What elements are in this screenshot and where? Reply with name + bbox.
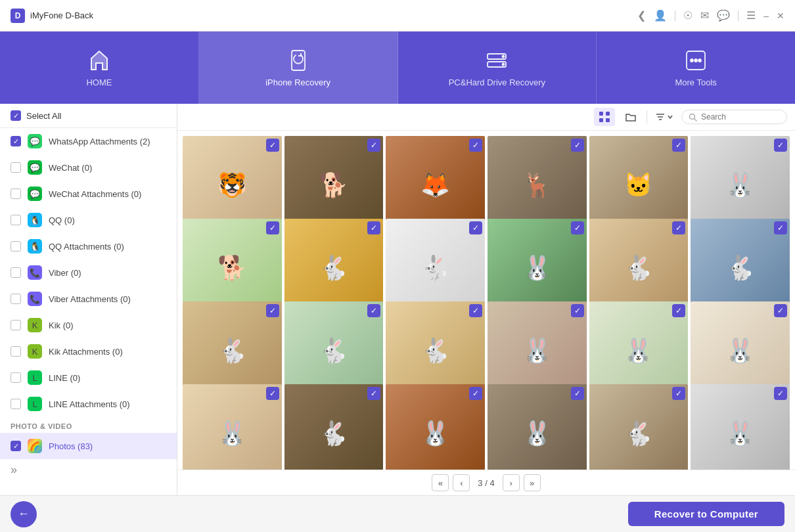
photo-check[interactable]: ✓ — [266, 221, 279, 234]
qq-attachments-checkbox[interactable] — [11, 241, 21, 252]
nav-pc-recovery-label: PC&Hard Drive Recovery — [449, 78, 545, 87]
nav-iphone-recovery[interactable]: iPhone Recovery — [199, 32, 398, 104]
viber-checkbox[interactable] — [11, 267, 21, 278]
photo-check[interactable]: ✓ — [672, 304, 685, 317]
app-title: iMyFone D-Back — [30, 11, 93, 20]
photo-check[interactable]: ✓ — [571, 221, 584, 234]
next-page-button[interactable]: › — [503, 474, 520, 491]
menu-icon[interactable]: ☰ — [746, 9, 756, 22]
wechat-label: WeChat (0) — [49, 163, 92, 173]
wechat-attachments-checkbox[interactable] — [11, 188, 21, 199]
photo-check[interactable]: ✓ — [266, 304, 279, 317]
recover-button[interactable]: Recover to Computer — [628, 502, 784, 526]
nav-home[interactable]: HOME — [0, 32, 199, 104]
sidebar-item-whatsapp-attachments[interactable]: 💬 WhatsApp Attachments (2) — [0, 128, 177, 154]
photo-check[interactable]: ✓ — [469, 304, 482, 317]
photo-check[interactable]: ✓ — [774, 387, 787, 400]
separator-1 — [675, 11, 675, 21]
minimize-button[interactable]: – — [763, 11, 769, 21]
sidebar-item-line[interactable]: L LINE (0) — [0, 365, 177, 391]
line-attachments-label: LINE Attachments (0) — [49, 399, 130, 409]
pc-recovery-icon — [485, 49, 509, 72]
back-button[interactable]: ← — [11, 501, 37, 527]
photo-check[interactable]: ✓ — [571, 387, 584, 400]
line-attachments-icon: L — [28, 397, 42, 411]
photo-check[interactable]: ✓ — [672, 221, 685, 234]
photo-check[interactable]: ✓ — [672, 139, 685, 152]
line-attachments-checkbox[interactable] — [11, 399, 21, 409]
photo-check[interactable]: ✓ — [469, 139, 482, 152]
pagination-bar: « ‹ 3 / 4 › » — [177, 470, 795, 495]
photo-check[interactable]: ✓ — [469, 387, 482, 400]
sidebar-item-viber[interactable]: 📞 Viber (0) — [0, 259, 177, 286]
sidebar-item-wechat-attachments[interactable]: 💬 WeChat Attachments (0) — [0, 181, 177, 207]
photo-check[interactable]: ✓ — [367, 387, 380, 400]
photo-cell[interactable]: 🐰✓ — [386, 384, 485, 470]
photo-check[interactable]: ✓ — [774, 304, 787, 317]
close-button[interactable]: ✕ — [777, 11, 784, 21]
app-logo: D — [11, 9, 25, 23]
photo-check[interactable]: ✓ — [571, 139, 584, 152]
share-icon[interactable]: ❮ — [637, 9, 646, 22]
sidebar-item-kik[interactable]: K Kik (0) — [0, 312, 177, 338]
photos-checkbox[interactable] — [11, 441, 21, 451]
photo-check[interactable]: ✓ — [571, 304, 584, 317]
nav-more-tools[interactable]: More Tools — [597, 32, 795, 104]
sidebar-item-viber-attachments[interactable]: 📞 Viber Attachments (0) — [0, 286, 177, 312]
photo-cell[interactable]: 🐰✓ — [691, 384, 790, 470]
prev-page-button[interactable]: ‹ — [453, 474, 470, 491]
photos-label: Photos (83) — [49, 441, 93, 451]
nav-pc-recovery[interactable]: PC&Hard Drive Recovery — [398, 32, 597, 104]
qq-checkbox[interactable] — [11, 215, 21, 225]
user-icon[interactable]: 👤 — [654, 9, 667, 22]
content-toolbar — [177, 104, 795, 131]
sidebar-item-qq-attachments[interactable]: 🐧 QQ Attachments (0) — [0, 233, 177, 259]
folder-view-button[interactable] — [620, 108, 641, 126]
first-page-button[interactable]: « — [432, 474, 449, 491]
wechat-checkbox[interactable] — [11, 162, 21, 173]
photo-video-header: Photo & Video — [0, 417, 177, 433]
photo-check[interactable]: ✓ — [367, 304, 380, 317]
grid-view-button[interactable] — [594, 108, 615, 126]
select-all-label: Select All — [26, 111, 61, 121]
select-all-checkbox[interactable] — [11, 110, 21, 121]
sidebar-item-qq[interactable]: 🐧 QQ (0) — [0, 207, 177, 233]
photo-check[interactable]: ✓ — [774, 221, 787, 234]
navbar: HOME iPhone Recovery PC&Hard Drive Recov… — [0, 32, 795, 104]
photo-check[interactable]: ✓ — [367, 139, 380, 152]
kik-attachments-checkbox[interactable] — [11, 346, 21, 357]
photo-cell[interactable]: 🐇✓ — [589, 384, 689, 470]
wechat-attachments-icon: 💬 — [28, 187, 42, 201]
search-input[interactable] — [701, 112, 780, 122]
filter-button[interactable] — [652, 110, 676, 123]
line-checkbox[interactable] — [11, 372, 21, 383]
kik-attachments-label: Kik Attachments (0) — [49, 347, 123, 357]
kik-checkbox[interactable] — [11, 320, 21, 330]
select-all-row[interactable]: Select All — [0, 104, 177, 128]
sidebar: Select All 💬 WhatsApp Attachments (2) 💬 … — [0, 104, 177, 495]
photo-cell[interactable]: 🐰✓ — [183, 384, 282, 470]
photo-cell[interactable]: 🐰✓ — [488, 384, 587, 470]
qq-icon: 🐧 — [28, 213, 42, 227]
sidebar-item-kik-attachments[interactable]: K Kik Attachments (0) — [0, 338, 177, 365]
wechat-attachments-label: WeChat Attachments (0) — [49, 189, 141, 199]
whatsapp-checkbox[interactable] — [11, 136, 21, 146]
photo-check[interactable]: ✓ — [469, 221, 482, 234]
photo-check[interactable]: ✓ — [774, 139, 787, 152]
mail-icon[interactable]: ✉ — [700, 9, 709, 22]
photo-check[interactable]: ✓ — [672, 387, 685, 400]
qq-attachments-label: QQ Attachments (0) — [49, 242, 124, 252]
photo-check[interactable]: ✓ — [266, 139, 279, 152]
photo-check[interactable]: ✓ — [266, 387, 279, 400]
whatsapp-icon: 💬 — [28, 134, 42, 148]
photo-check[interactable]: ✓ — [367, 221, 380, 234]
sidebar-item-line-attachments[interactable]: L LINE Attachments (0) — [0, 391, 177, 417]
location-icon[interactable]: ☉ — [683, 9, 693, 22]
viber-attachments-checkbox[interactable] — [11, 294, 21, 304]
sidebar-item-wechat[interactable]: 💬 WeChat (0) — [0, 154, 177, 181]
last-page-button[interactable]: » — [524, 474, 541, 491]
sidebar-item-photos[interactable]: 🌈 Photos (83) — [0, 433, 177, 459]
chat-icon[interactable]: 💬 — [717, 9, 730, 22]
svg-point-2 — [503, 55, 505, 57]
photo-cell[interactable]: 🐇✓ — [284, 384, 384, 470]
